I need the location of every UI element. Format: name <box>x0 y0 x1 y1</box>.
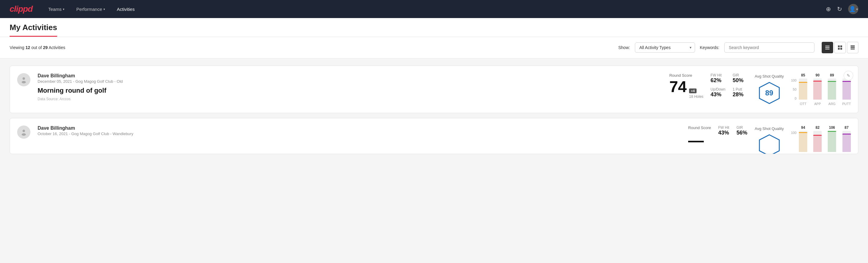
view-toggle-grid[interactable] <box>834 42 846 53</box>
fw-hit-label-0: FW Hit <box>711 73 725 77</box>
oneputt-value-0: 28% <box>733 91 747 98</box>
viewing-count: 12 <box>26 45 30 50</box>
viewing-total: 29 <box>43 45 48 50</box>
card-date-course-1: October 16, 2021 - Gog Magog Golf Club -… <box>38 132 681 136</box>
svg-rect-4 <box>840 46 842 47</box>
svg-rect-8 <box>850 47 855 49</box>
chart-columns-0: 85OTT90APP89ARG89PUTT <box>799 73 851 106</box>
view-toggle-detail[interactable] <box>847 42 858 53</box>
svg-rect-7 <box>850 46 855 47</box>
page-header: My Activities <box>0 18 868 37</box>
user-menu[interactable]: 👤 ▾ <box>848 4 858 14</box>
chart-col-chart-1-0: 94OTT <box>799 125 807 154</box>
stats-grid-1: FW Hit 43% GIR 56% <box>718 125 747 136</box>
chart-columns-1: 94OTT82APP106ARG87PUTT <box>799 125 851 154</box>
activities-list: Dave Billingham December 05, 2021 - Gog … <box>0 58 868 161</box>
nav-item-performance[interactable]: Performance ▾ <box>75 0 106 18</box>
bar-value-chart-1-0: 94 <box>801 125 805 130</box>
chart-y-labels-0: 100 50 0 <box>791 79 797 106</box>
bar-top-line-chart-0-1 <box>813 81 822 82</box>
nav-performance-label: Performance <box>76 7 102 12</box>
chart-col-chart-0-1: 90APP <box>813 73 822 106</box>
keywords-label: Keywords: <box>700 45 719 50</box>
fw-hit-value-0: 62% <box>711 77 725 84</box>
bar-value-chart-1-3: 87 <box>844 125 848 130</box>
viewing-mid: out of <box>30 45 43 50</box>
hexagon-svg-1 <box>757 133 781 154</box>
nav-item-teams[interactable]: Teams ▾ <box>47 0 65 18</box>
round-score-section-1: Round Score — <box>688 125 711 149</box>
nav-activities-label: Activities <box>117 7 135 12</box>
view-toggle-compact[interactable] <box>822 42 833 53</box>
quality-label-0: Avg Shot Quality <box>754 74 784 79</box>
user-menu-chevron-icon: ▾ <box>856 7 858 11</box>
hexagon-1 <box>757 133 781 154</box>
y-label-50: 50 <box>791 88 797 91</box>
bar-value-chart-1-2: 106 <box>829 125 835 130</box>
card-info-1: Dave Billingham October 16, 2021 - Gog M… <box>38 125 681 136</box>
bar-top-line-chart-1-1 <box>813 135 822 136</box>
gir-label-1: GIR <box>737 125 748 130</box>
nav-performance-chevron-icon: ▾ <box>103 7 105 11</box>
list-detail-icon <box>850 45 855 50</box>
card-date-course-0: December 05, 2021 - Gog Magog Golf Club … <box>38 79 662 84</box>
chart-col-label-chart-0-3: PUTT <box>842 102 851 106</box>
oneputt-label-0: 1 Putt <box>733 87 747 91</box>
svg-point-14 <box>22 133 26 136</box>
show-label: Show: <box>618 45 630 50</box>
card-edit-button-0[interactable]: ✎ <box>844 71 853 80</box>
bar-value-chart-0-1: 90 <box>816 73 819 77</box>
card-info-0: Dave Billingham December 05, 2021 - Gog … <box>38 73 662 101</box>
gir-label-0: GIR <box>733 73 747 77</box>
quality-section-1: Avg Shot Quality 100 94OTT82APP106ARG87P… <box>754 125 851 154</box>
page-title: My Activities <box>10 23 57 37</box>
viewing-text: Viewing 12 out of 29 Activities <box>10 45 614 50</box>
score-big-1: — <box>688 131 704 149</box>
card-title-0: Morning round of golf <box>38 87 662 94</box>
bar-chart-1: 100 94OTT82APP106ARG87PUTT <box>791 125 851 154</box>
nav-teams-label: Teams <box>48 7 61 12</box>
y-label-0: 0 <box>791 96 797 100</box>
svg-rect-1 <box>825 47 830 48</box>
activity-type-select[interactable]: All Activity Types <box>635 42 695 53</box>
chart-col-label-chart-0-1: APP <box>814 102 821 106</box>
grid-icon <box>838 45 842 50</box>
holes-text-0: 18 Holes <box>689 94 703 99</box>
viewing-suffix: Activities <box>48 45 65 50</box>
card-avatar-0 <box>17 73 30 86</box>
bar-top-line-chart-0-0 <box>799 82 807 83</box>
bar-fill-chart-1-2 <box>828 131 836 152</box>
navigation: clippd Teams ▾ Performance ▾ Activities … <box>0 0 868 18</box>
bar-chart-0: 100 50 0 85OTT90APP89ARG89PUTT <box>791 73 851 106</box>
round-score-label-0: Round Score <box>669 73 703 78</box>
bar-wrapper-chart-0-2 <box>828 79 836 99</box>
avatar-icon-0 <box>20 76 27 83</box>
svg-marker-15 <box>760 135 779 154</box>
updown-label-0: Up/Down <box>711 87 725 91</box>
search-input[interactable] <box>724 42 814 53</box>
quality-section-0: Avg Shot Quality 89 100 50 0 85OTT90APP8… <box>754 73 851 106</box>
card-user-name-1: Dave Billingham <box>38 125 681 131</box>
fw-hit-value-1: 43% <box>718 130 730 136</box>
bar-wrapper-chart-1-3 <box>842 131 851 152</box>
bar-top-line-chart-0-3 <box>842 81 851 82</box>
chart-col-chart-1-1: 82APP <box>813 125 822 154</box>
nav-item-activities[interactable]: Activities <box>116 0 136 18</box>
filter-bar: Viewing 12 out of 29 Activities Show: Al… <box>0 37 868 58</box>
bar-value-chart-0-2: 89 <box>830 73 834 77</box>
round-score-block-0: 74 +4 18 Holes <box>669 79 703 99</box>
svg-rect-6 <box>840 48 842 50</box>
oneputt-stat-0: 1 Putt 28% <box>733 87 747 98</box>
gir-stat-0: GIR 50% <box>733 73 747 84</box>
bar-wrapper-chart-1-1 <box>813 131 822 152</box>
score-badge-holes-0: +4 18 Holes <box>689 88 703 99</box>
add-icon[interactable]: ⊕ <box>826 5 831 12</box>
list-compact-icon <box>825 45 830 50</box>
hex-score-0: 89 <box>765 89 773 97</box>
bar-fill-chart-0-0 <box>799 82 807 100</box>
refresh-icon[interactable]: ↻ <box>837 5 842 12</box>
nav-teams-chevron-icon: ▾ <box>63 7 64 11</box>
score-big-0: 74 <box>669 79 687 94</box>
card-avatar-1 <box>17 125 30 139</box>
gir-value-0: 50% <box>733 77 747 84</box>
